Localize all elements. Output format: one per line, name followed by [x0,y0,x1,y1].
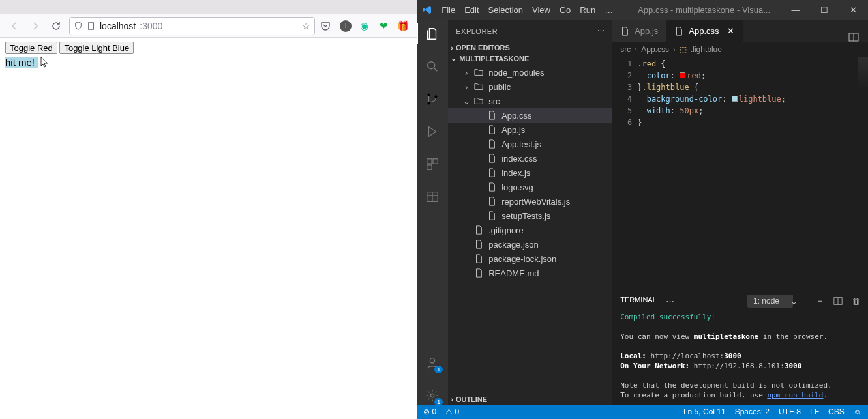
tree-item-label: setupTests.js [501,211,550,221]
toggle-red-button[interactable]: Toggle Red [5,42,57,54]
menu-selection[interactable]: Selection [488,5,523,15]
activity-search[interactable] [423,57,441,76]
activity-run[interactable] [423,123,441,141]
tree-item-src[interactable]: ⌄src [448,94,612,108]
status-warnings[interactable]: ⚠ 0 [445,407,459,416]
svg-rect-7 [427,165,432,169]
ext-gift-icon[interactable]: 🎁 [396,20,410,32]
folder-icon [474,96,485,106]
tree-item-label: .gitignore [488,225,523,235]
extensions-icon [425,157,440,171]
activity-explorer[interactable] [423,25,441,43]
tree-item-label: index.js [501,168,530,178]
svg-point-1 [428,62,435,69]
terminal-output[interactable]: Compiled successfully! You can now view … [612,311,868,405]
split-editor-icon[interactable] [848,32,868,42]
tree-item-.gitignore[interactable]: .gitignore [448,223,612,237]
reload-button[interactable] [48,18,64,34]
section-open-editors[interactable]: › OPEN EDITORS [448,42,612,53]
status-errors[interactable]: ⊘ 0 [423,407,436,416]
section-outline[interactable]: › OUTLINE [448,394,612,405]
browser-tab-strip[interactable] [0,0,417,14]
terminal-selector-chevron[interactable]: ⌄ [790,296,798,306]
tree-item-logo.svg[interactable]: logo.svg [448,180,612,194]
split-terminal-icon[interactable] [833,296,843,306]
status-lang[interactable]: CSS [828,407,845,416]
pocket-icon[interactable] [320,21,335,31]
maximize-button[interactable]: ☐ [815,5,834,15]
tree-item-label: App.js [501,125,525,135]
minimap[interactable] [858,57,868,89]
activity-extensions[interactable] [423,155,441,173]
new-terminal-icon[interactable]: ＋ [816,295,824,307]
crumb-folder[interactable]: src [620,45,631,54]
back-button[interactable] [7,18,22,34]
crumb-symbol[interactable]: .lightblue [691,45,722,54]
crumb-file[interactable]: App.css [641,45,669,54]
ext-grammarly-icon[interactable]: ◉ [357,20,371,32]
tree-item-README.md[interactable]: README.md [448,266,612,280]
status-spaces[interactable]: Spaces: 2 [735,407,770,416]
ext-circle-icon[interactable]: T [340,20,352,32]
tree-item-label: package-lock.json [488,254,556,264]
search-icon [425,59,440,74]
menu-view[interactable]: View [532,5,550,15]
tree-item-setupTests.js[interactable]: setupTests.js [448,209,612,223]
file-tree: ›node_modules›public⌄srcApp.cssApp.jsApp… [448,64,612,394]
browser-viewport: Toggle Red Toggle Light Blue hit me! [0,38,417,419]
file-icon [474,225,485,235]
chevron-icon: › [462,68,470,78]
activity-settings[interactable]: 1 [423,386,441,405]
tree-item-public[interactable]: ›public [448,79,612,94]
url-rest: :3000 [140,21,162,31]
toggle-lightblue-button[interactable]: Toggle Light Blue [59,42,134,54]
editor-tab-App.js[interactable]: App.js [612,20,666,42]
tree-item-App.test.js[interactable]: App.test.js [448,137,612,151]
forward-button[interactable] [27,18,43,34]
bookmark-star-icon[interactable]: ☆ [302,21,310,31]
activity-scm[interactable] [423,90,441,108]
code-editor[interactable]: 123456 .red { color: red;}.lightblue { b… [612,57,868,291]
tree-item-reportWebVitals.js[interactable]: reportWebVitals.js [448,194,612,209]
status-eol[interactable]: LF [810,407,819,416]
menu-file[interactable]: File [441,5,455,15]
vscode-titlebar[interactable]: FileEditSelectionViewGoRun… App.css - mu… [417,0,868,20]
kill-terminal-icon[interactable]: 🗑 [852,296,860,306]
tree-item-label: App.test.js [501,139,541,149]
status-feedback-icon[interactable]: ☺ [854,407,861,416]
code-lines[interactable]: .red { color: red;}.lightblue { backgrou… [637,57,786,291]
arrow-right-icon [30,21,40,31]
close-tab-icon[interactable]: ✕ [727,26,734,36]
activity-table[interactable] [423,188,441,206]
tree-item-package-lock.json[interactable]: package-lock.json [448,252,612,266]
tree-item-index.js[interactable]: index.js [448,166,612,180]
tree-item-node_modules[interactable]: ›node_modules [448,65,612,79]
panel-tab-terminal[interactable]: TERMINAL [620,296,657,306]
menu-go[interactable]: Go [560,5,571,15]
status-encoding[interactable]: UTF-8 [779,407,801,416]
gutter: 123456 [612,57,637,291]
tree-item-index.css[interactable]: index.css [448,151,612,166]
sidebar-more-icon[interactable]: ⋯ [597,27,605,35]
section-project[interactable]: ⌄ MULTIPLETASKONE [448,53,612,64]
cursor-icon [40,57,50,68]
breadcrumbs[interactable]: src › App.css › ⬚ .lightblue [612,42,868,57]
activity-account[interactable]: 1 [423,354,441,372]
editor-tab-App.css[interactable]: App.css✕ [666,20,742,42]
tree-item-package.json[interactable]: package.json [448,237,612,252]
tree-item-label: node_modules [488,68,544,78]
tree-item-App.js[interactable]: App.js [448,123,612,137]
menu-edit[interactable]: Edit [464,5,479,15]
terminal-selector[interactable]: 1: node [747,295,793,308]
vscode-logo-icon [422,5,432,15]
ext-shield-icon[interactable]: ❤ [376,20,391,32]
minimize-button[interactable]: — [786,5,805,15]
url-bar[interactable]: localhost:3000 ☆ [69,17,315,35]
file-icon [487,211,498,220]
close-button[interactable]: ✕ [843,5,863,15]
panel-more-icon[interactable]: ⋯ [666,296,674,306]
tree-item-App.css[interactable]: App.css [448,108,612,123]
status-position[interactable]: Ln 5, Col 11 [683,407,726,416]
menu-…[interactable]: … [605,5,613,15]
menu-run[interactable]: Run [580,5,595,15]
